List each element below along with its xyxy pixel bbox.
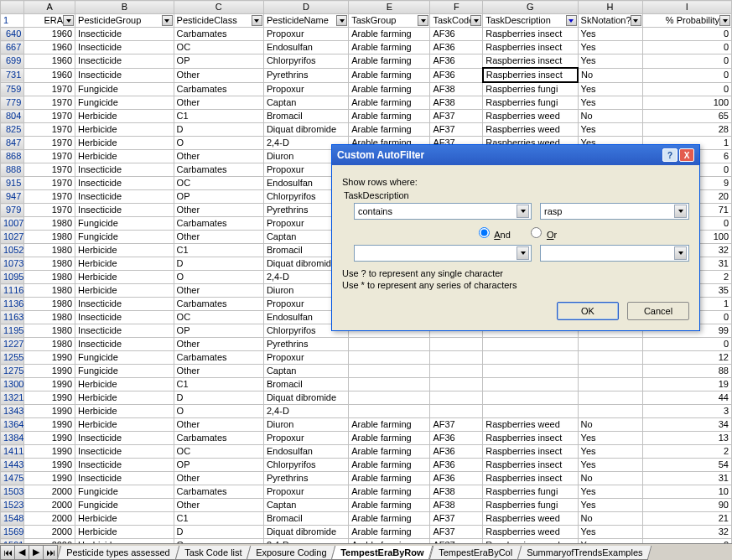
cell[interactable]: OP — [174, 54, 263, 69]
cell[interactable]: 2 — [642, 445, 731, 459]
cell[interactable]: Carbamates — [174, 485, 263, 499]
sheet-tab-taskcodelist[interactable]: Task Code list — [174, 546, 251, 560]
cell[interactable]: 0 — [642, 338, 731, 351]
field-header-era[interactable]: ERA — [24, 14, 75, 28]
cell[interactable]: AF36 — [430, 41, 483, 54]
cell[interactable]: Pyrethrins — [263, 338, 348, 351]
cell[interactable]: Herbicide — [75, 405, 174, 418]
field-header-pesticideclass[interactable]: PesticideClass — [174, 14, 263, 28]
cell[interactable] — [349, 405, 430, 418]
cell[interactable]: Carbamates — [174, 82, 263, 96]
row-header[interactable]: 1007 — [1, 217, 24, 231]
cell[interactable]: Insecticide — [75, 311, 174, 324]
cell[interactable]: C1 — [174, 378, 263, 391]
cell[interactable]: 1980 — [24, 338, 75, 351]
cell[interactable]: 1960 — [24, 54, 75, 69]
dialog-titlebar[interactable]: Custom AutoFilter ? X — [332, 145, 699, 165]
row-header[interactable]: 915 — [1, 177, 24, 190]
cell[interactable] — [483, 365, 578, 378]
cell[interactable]: O — [174, 405, 263, 418]
column-header-F[interactable]: F — [430, 1, 483, 14]
cell[interactable]: No — [578, 418, 642, 432]
column-header-H[interactable]: H — [578, 1, 642, 14]
cell[interactable]: Raspberries fungi — [483, 96, 578, 110]
cell[interactable]: Insecticide — [75, 472, 174, 485]
sheet-tab-tempesterabyrow[interactable]: TempestEraByRow — [331, 546, 433, 560]
row-header[interactable]: 1321 — [1, 391, 24, 405]
cell[interactable]: Captan — [263, 499, 348, 512]
cell[interactable]: Herbicide — [75, 137, 174, 150]
cell[interactable]: Other — [174, 204, 263, 217]
cell[interactable]: Raspberries insect — [483, 472, 578, 485]
cell[interactable]: Herbicide — [75, 512, 174, 526]
cell[interactable]: Arable farming — [349, 459, 430, 472]
cell[interactable]: 1980 — [24, 231, 75, 244]
cell[interactable] — [578, 405, 642, 418]
cell[interactable]: 0 — [642, 54, 731, 69]
cell[interactable] — [349, 365, 430, 378]
cell[interactable]: 2,4-D — [263, 405, 348, 418]
cell[interactable]: 2000 — [24, 512, 75, 526]
cell[interactable]: 1990 — [24, 365, 75, 378]
cell[interactable]: Diuron — [263, 418, 348, 432]
cell[interactable]: Herbicide — [75, 391, 174, 405]
cell[interactable]: Carbamates — [174, 217, 263, 231]
row-header[interactable]: 979 — [1, 204, 24, 217]
operator-2-combo[interactable] — [354, 245, 532, 262]
cell[interactable]: O — [174, 137, 263, 150]
cell[interactable]: Yes — [578, 499, 642, 512]
row-header[interactable]: 1343 — [1, 405, 24, 418]
column-header-I[interactable]: I — [642, 1, 731, 14]
cell[interactable]: Other — [174, 68, 263, 82]
cell[interactable]: Insecticide — [75, 432, 174, 445]
cell[interactable]: Propoxur — [263, 432, 348, 445]
cell[interactable]: C1 — [174, 244, 263, 257]
cell[interactable]: Insecticide — [75, 163, 174, 177]
cell[interactable]: OC — [174, 445, 263, 459]
cell[interactable]: Other — [174, 365, 263, 378]
cell[interactable]: Yes — [578, 82, 642, 96]
chevron-down-icon[interactable] — [674, 205, 687, 218]
cell[interactable]: 100 — [642, 96, 731, 110]
filter-dropdown-icon[interactable] — [566, 15, 577, 26]
column-header-B[interactable]: B — [75, 1, 174, 14]
row-header[interactable]: 1443 — [1, 459, 24, 472]
cell[interactable]: 1980 — [24, 257, 75, 271]
cell[interactable]: 1970 — [24, 110, 75, 123]
cell[interactable]: Raspberries fungi — [483, 485, 578, 499]
cell[interactable]: 0 — [642, 41, 731, 54]
ok-button[interactable]: OK — [557, 302, 619, 320]
cell[interactable]: 1960 — [24, 68, 75, 82]
cell[interactable]: No — [578, 512, 642, 526]
field-header-pesticidegroup[interactable]: PesticideGroup — [75, 14, 174, 28]
row-header[interactable]: 1116 — [1, 284, 24, 298]
cell[interactable]: Insecticide — [75, 338, 174, 351]
close-icon[interactable]: X — [679, 148, 694, 162]
row-header[interactable]: 779 — [1, 96, 24, 110]
cell[interactable] — [430, 378, 483, 391]
cell[interactable]: 1970 — [24, 177, 75, 190]
row-header[interactable]: 1027 — [1, 231, 24, 244]
row-header[interactable]: 699 — [1, 54, 24, 69]
cell[interactable]: Fungicide — [75, 82, 174, 96]
cell[interactable]: Insecticide — [75, 68, 174, 82]
cell[interactable]: AF38 — [430, 96, 483, 110]
cell[interactable]: Endosulfan — [263, 41, 348, 54]
cell[interactable]: Propoxur — [263, 82, 348, 96]
cell[interactable]: Herbicide — [75, 244, 174, 257]
and-radio[interactable]: And — [475, 230, 511, 240]
cell[interactable] — [483, 405, 578, 418]
cell[interactable]: Arable farming — [349, 110, 430, 123]
or-radio[interactable]: Or — [527, 230, 557, 240]
cell[interactable]: Raspberries weed — [483, 512, 578, 526]
cell[interactable]: Raspberries fungi — [483, 82, 578, 96]
row-header[interactable]: 1300 — [1, 378, 24, 391]
cell[interactable]: OP — [174, 459, 263, 472]
field-header-taskgroup[interactable]: TaskGroup — [349, 14, 430, 28]
cell[interactable]: 1990 — [24, 418, 75, 432]
cell[interactable]: 65 — [642, 110, 731, 123]
cell[interactable]: 1980 — [24, 298, 75, 311]
cell[interactable]: AF37 — [430, 512, 483, 526]
cell[interactable]: Arable farming — [349, 28, 430, 41]
sheet-nav-last-icon[interactable]: ⏭ — [43, 545, 58, 560]
